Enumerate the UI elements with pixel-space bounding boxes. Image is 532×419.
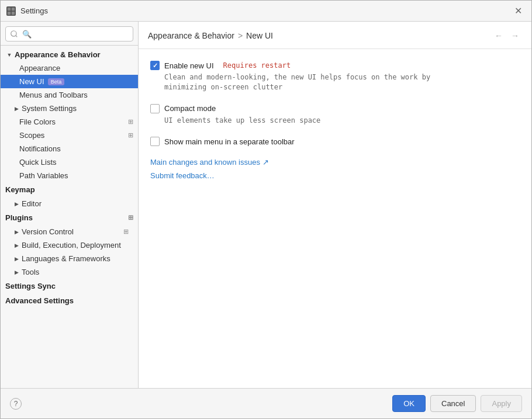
- breadcrumb: Appearance & Behavior > New UI: [148, 31, 273, 40]
- setting-compact-mode: Compact mode UI elements take up less sc…: [150, 104, 520, 126]
- sidebar-item-settings-sync[interactable]: Settings Sync: [1, 279, 138, 293]
- nav-forward-button[interactable]: →: [508, 29, 522, 43]
- svg-rect-1: [12, 7, 15, 10]
- chevron-right-icon: ▶: [12, 105, 20, 113]
- sidebar-item-label-quick-lists: Quick Lists: [19, 158, 57, 167]
- show-main-menu-label[interactable]: Show main menu in a separate toolbar: [164, 137, 295, 146]
- search-input[interactable]: [5, 26, 133, 41]
- nav-group-header-appearance-behavior[interactable]: ▼ Appearance & Behavior: [1, 48, 138, 61]
- chevron-right-icon-lang: ▶: [12, 255, 20, 263]
- search-bar: [1, 22, 138, 46]
- svg-rect-3: [12, 11, 15, 14]
- setting-show-main-menu: Show main menu in a separate toolbar: [150, 137, 520, 146]
- ok-button[interactable]: OK: [392, 395, 426, 412]
- sidebar-item-label-appearance: Appearance: [19, 64, 60, 72]
- content-body: Enable new UI Requires restart Clean and…: [139, 49, 531, 388]
- sidebar-item-new-ui[interactable]: New UI Beta: [1, 75, 138, 88]
- sidebar-item-label-menus-toolbars: Menus and Toolbars: [19, 91, 88, 99]
- content-header: Appearance & Behavior > New UI ← →: [139, 22, 531, 49]
- sidebar-item-menus-toolbars[interactable]: Menus and Toolbars: [1, 88, 138, 102]
- sidebar-item-languages-frameworks[interactable]: ▶ Languages & Frameworks: [1, 252, 138, 265]
- chevron-right-icon-build: ▶: [12, 241, 20, 250]
- sidebar: ▼ Appearance & Behavior Appearance New U…: [1, 22, 139, 388]
- show-main-menu-row: Show main menu in a separate toolbar: [150, 137, 520, 146]
- sidebar-item-label-advanced-settings: Advanced Settings: [5, 296, 74, 305]
- nav-group-appearance-behavior: ▼ Appearance & Behavior Appearance New U…: [1, 48, 138, 182]
- breadcrumb-parent: Appearance & Behavior: [148, 31, 234, 40]
- setting-enable-new-ui: Enable new UI Requires restart Clean and…: [150, 61, 520, 92]
- sidebar-item-tools[interactable]: ▶ Tools: [1, 265, 138, 279]
- enable-new-ui-note: Requires restart: [223, 61, 291, 70]
- enable-new-ui-description: Clean and modern-looking, the new UI hel…: [164, 72, 520, 92]
- window-title: Settings: [20, 6, 48, 15]
- sidebar-item-label-tools: Tools: [22, 268, 39, 276]
- footer-left: ?: [10, 398, 22, 410]
- sidebar-item-label-path-variables: Path Variables: [19, 171, 68, 180]
- sidebar-item-path-variables[interactable]: Path Variables: [1, 169, 138, 182]
- svg-rect-0: [8, 7, 11, 10]
- chevron-right-icon-tools: ▶: [12, 268, 20, 276]
- nav-group-label-appearance-behavior: Appearance & Behavior: [15, 50, 101, 59]
- settings-window: Settings ✕ ▼ Appearance & Behavior Appea…: [0, 0, 532, 419]
- submit-feedback-link-row: Submit feedback…: [150, 171, 520, 180]
- new-ui-badge: Beta: [48, 78, 65, 85]
- sidebar-item-label-system-settings: System Settings: [22, 104, 77, 113]
- compact-mode-row: Compact mode: [150, 104, 520, 113]
- nav-arrows: ← →: [492, 29, 522, 43]
- sidebar-item-scopes[interactable]: Scopes ⊞: [1, 129, 138, 142]
- scopes-icon: ⊞: [128, 131, 133, 139]
- sidebar-item-system-settings[interactable]: ▶ System Settings: [1, 102, 138, 115]
- title-bar: Settings ✕: [1, 1, 531, 22]
- compact-mode-description: UI elements take up less screen space: [164, 116, 520, 126]
- sidebar-item-notifications[interactable]: Notifications: [1, 142, 138, 155]
- sidebar-item-label-file-colors: File Colors: [19, 117, 56, 126]
- main-content: ▼ Appearance & Behavior Appearance New U…: [1, 22, 531, 388]
- file-colors-icon: ⊞: [128, 118, 133, 126]
- enable-new-ui-label[interactable]: Enable new UI: [164, 61, 214, 70]
- close-button[interactable]: ✕: [511, 4, 526, 18]
- content-area: Appearance & Behavior > New UI ← → Enabl…: [139, 22, 531, 388]
- svg-rect-2: [8, 11, 11, 14]
- breadcrumb-separator: >: [238, 31, 243, 40]
- show-main-menu-checkbox[interactable]: [150, 137, 160, 146]
- sidebar-item-label-editor: Editor: [22, 199, 42, 208]
- chevron-right-icon-editor: ▶: [12, 200, 20, 208]
- compact-mode-label[interactable]: Compact mode: [164, 104, 216, 113]
- help-button[interactable]: ?: [10, 398, 22, 410]
- app-icon: [6, 6, 16, 16]
- sidebar-item-label-build-execution: Build, Execution, Deployment: [22, 241, 121, 250]
- sidebar-item-file-colors[interactable]: File Colors ⊞: [1, 115, 138, 129]
- sidebar-item-plugins[interactable]: Plugins ⊞: [1, 210, 138, 225]
- cancel-button[interactable]: Cancel: [430, 395, 476, 412]
- compact-mode-checkbox[interactable]: [150, 104, 160, 113]
- chevron-right-icon-vc: ▶: [12, 228, 20, 236]
- sidebar-item-label-notifications: Notifications: [19, 144, 61, 153]
- title-bar-left: Settings: [6, 6, 48, 16]
- sidebar-item-quick-lists[interactable]: Quick Lists: [1, 155, 138, 169]
- sidebar-item-build-execution[interactable]: ▶ Build, Execution, Deployment: [1, 238, 138, 252]
- nav-tree: ▼ Appearance & Behavior Appearance New U…: [1, 46, 138, 388]
- plugins-icon: ⊞: [128, 214, 133, 221]
- sidebar-item-appearance[interactable]: Appearance: [1, 61, 138, 75]
- footer: ? OK Cancel Apply: [1, 388, 531, 418]
- sidebar-item-editor[interactable]: ▶ Editor: [1, 197, 138, 210]
- footer-buttons: OK Cancel Apply: [392, 395, 522, 412]
- main-changes-link-row: Main changes and known issues ↗: [150, 158, 520, 167]
- sidebar-item-keymap[interactable]: Keymap: [1, 182, 138, 197]
- sidebar-item-label-scopes: Scopes: [19, 131, 44, 140]
- nav-back-button[interactable]: ←: [492, 29, 506, 43]
- apply-button[interactable]: Apply: [481, 395, 522, 412]
- sidebar-item-advanced-settings[interactable]: Advanced Settings: [1, 293, 138, 308]
- breadcrumb-current: New UI: [246, 31, 273, 40]
- sidebar-item-label-languages-frameworks: Languages & Frameworks: [22, 254, 110, 263]
- enable-new-ui-checkbox[interactable]: [150, 61, 160, 70]
- main-changes-link[interactable]: Main changes and known issues ↗: [150, 158, 269, 167]
- version-control-icon: ⊞: [123, 228, 129, 236]
- chevron-down-icon: ▼: [5, 51, 13, 59]
- submit-feedback-link[interactable]: Submit feedback…: [150, 171, 215, 180]
- sidebar-item-label-keymap: Keymap: [5, 185, 35, 194]
- sidebar-item-label-plugins: Plugins: [5, 213, 33, 222]
- sidebar-item-label-version-control: Version Control: [22, 227, 74, 236]
- sidebar-item-version-control[interactable]: ▶ Version Control ⊞: [1, 225, 138, 238]
- enable-new-ui-row: Enable new UI Requires restart: [150, 61, 520, 70]
